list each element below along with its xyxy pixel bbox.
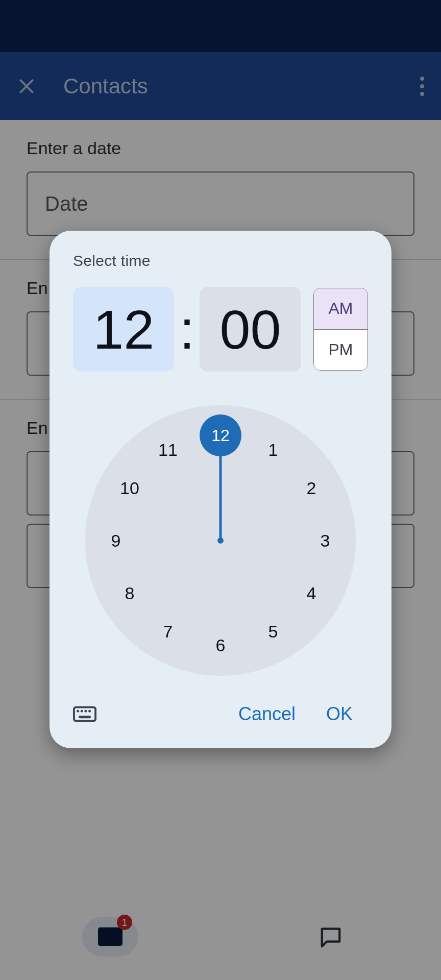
time-inputs: 12 : 00 AM PM	[73, 287, 368, 372]
clock-center	[217, 537, 224, 544]
ok-button[interactable]: OK	[311, 697, 368, 731]
clock-selected-hour[interactable]: 12	[200, 414, 241, 456]
clock-num-2[interactable]: 2	[296, 473, 327, 503]
ampm-toggle: AM PM	[313, 288, 368, 371]
clock-num-4[interactable]: 4	[296, 578, 327, 608]
am-button[interactable]: AM	[314, 288, 368, 330]
clock-num-10[interactable]: 10	[114, 473, 145, 503]
clock-num-8[interactable]: 8	[114, 578, 145, 608]
clock-num-7[interactable]: 7	[153, 616, 183, 647]
clock-num-11[interactable]: 11	[153, 434, 183, 465]
keyboard-icon[interactable]	[73, 705, 96, 723]
time-picker-dialog: Select time 12 : 00 AM PM 12 1 2 3 4 5 6…	[50, 231, 391, 748]
clock-num-5[interactable]: 5	[258, 616, 288, 647]
hour-box[interactable]: 12	[73, 287, 174, 372]
clock-num-9[interactable]: 9	[101, 525, 131, 556]
time-colon: :	[177, 298, 197, 361]
picker-title: Select time	[73, 252, 368, 270]
clock-wrap: 12 1 2 3 4 5 6 7 8 9 10 11	[73, 405, 368, 676]
clock-face[interactable]: 12 1 2 3 4 5 6 7 8 9 10 11	[85, 405, 356, 676]
clock-num-1[interactable]: 1	[258, 434, 288, 465]
clock-num-6[interactable]: 6	[205, 630, 236, 660]
pm-button[interactable]: PM	[314, 330, 368, 371]
svg-rect-5	[74, 707, 95, 721]
clock-num-3[interactable]: 3	[310, 525, 340, 556]
minute-box[interactable]: 00	[200, 287, 301, 372]
cancel-button[interactable]: Cancel	[223, 697, 311, 731]
picker-actions: Cancel OK	[73, 697, 368, 731]
